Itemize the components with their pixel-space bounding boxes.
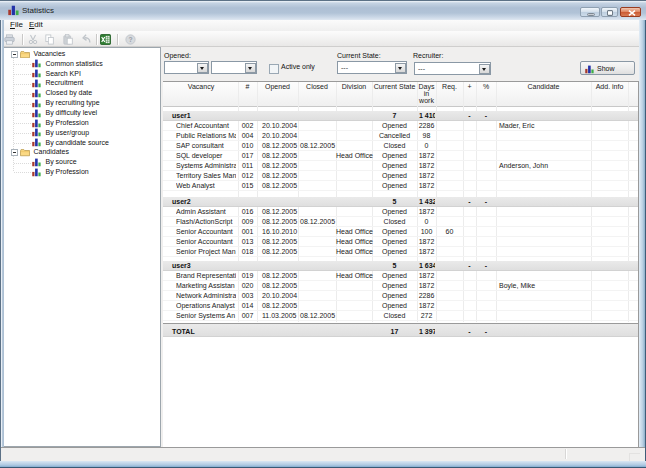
svg-text:?: ?	[128, 36, 132, 43]
